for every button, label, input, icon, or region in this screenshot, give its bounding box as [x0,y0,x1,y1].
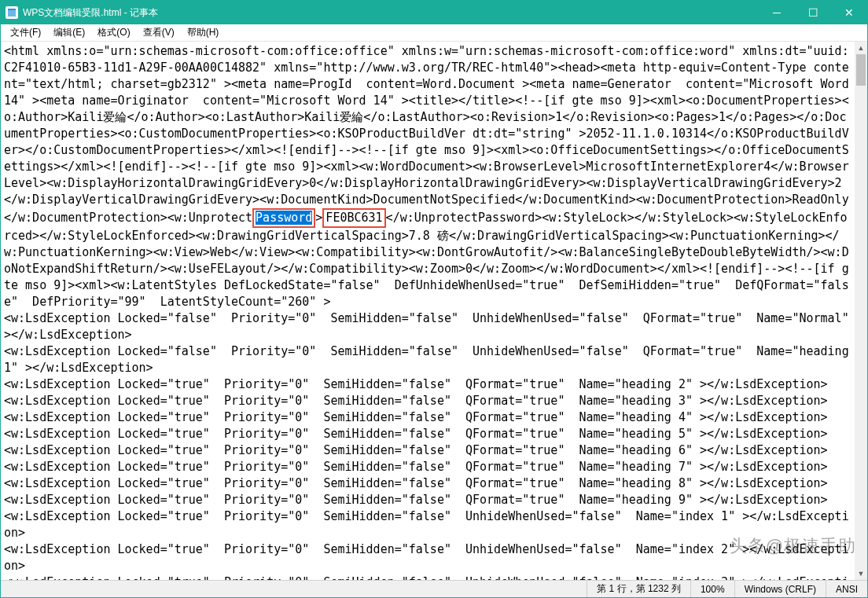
menubar: 文件(F) 编辑(E) 格式(O) 查看(V) 帮助(H) [1,24,867,42]
scroll-up-icon[interactable]: ▲ [855,42,867,54]
status-encoding: ANSI [826,581,867,597]
titlebar: WPS文档编辑受限.html - 记事本 ─ ☐ ✕ [1,1,867,24]
window-title: WPS文档编辑受限.html - 记事本 [23,6,759,20]
minimize-button[interactable]: ─ [759,1,795,24]
statusbar: 第 1 行，第 1232 列 100% Windows (CRLF) ANSI [1,580,867,597]
scroll-thumb[interactable] [856,54,866,86]
selected-text: Password [256,211,312,225]
notepad-icon [6,6,18,19]
text-area[interactable]: <html xmlns:o="urn:schemas-microsoft-com… [1,42,855,580]
menu-format[interactable]: 格式(O) [91,24,136,41]
text-pre: <html xmlns:o="urn:schemas-microsoft-com… [4,44,855,225]
status-position: 第 1 行，第 1232 列 [587,581,690,597]
status-eol: Windows (CRLF) [734,581,826,597]
menu-help[interactable]: 帮助(H) [181,24,226,41]
maximize-button[interactable]: ☐ [795,1,831,24]
menu-edit[interactable]: 编辑(E) [47,24,91,41]
status-zoom: 100% [690,581,734,597]
scroll-down-icon[interactable]: ▼ [855,567,867,580]
text-mid: > [315,211,322,225]
vertical-scrollbar[interactable]: ▲ ▼ [855,42,867,580]
close-button[interactable]: ✕ [831,1,867,24]
menu-file[interactable]: 文件(F) [4,24,47,41]
menu-view[interactable]: 查看(V) [137,24,181,41]
highlighted-value: FE0BC631 [322,208,385,228]
text-post: </w:UnprotectPassword><w:StyleLock></w:S… [4,211,855,580]
